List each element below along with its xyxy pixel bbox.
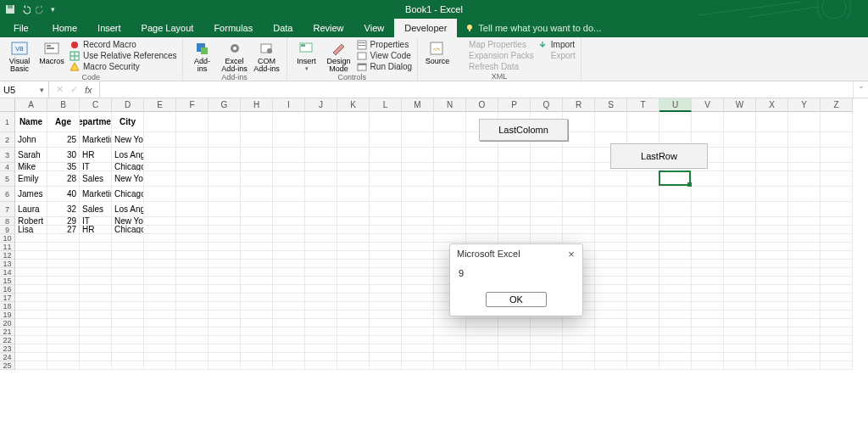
cell[interactable]: [80, 251, 112, 260]
cell[interactable]: [402, 202, 434, 217]
cell[interactable]: [273, 336, 305, 344]
cell[interactable]: [337, 217, 370, 226]
cell[interactable]: [241, 202, 273, 217]
cell[interactable]: [402, 285, 434, 294]
cell[interactable]: [241, 234, 273, 243]
cell[interactable]: [144, 132, 176, 148]
cell[interactable]: [241, 285, 273, 294]
cell[interactable]: [692, 285, 724, 294]
cell[interactable]: [434, 361, 466, 370]
cell[interactable]: [788, 311, 821, 319]
cell[interactable]: [337, 243, 370, 251]
cell[interactable]: [47, 234, 80, 243]
cell[interactable]: [241, 294, 273, 302]
column-header-C[interactable]: C: [80, 98, 112, 112]
cell[interactable]: [80, 344, 112, 353]
cell[interactable]: [305, 260, 337, 268]
cell[interactable]: [402, 327, 434, 336]
cell[interactable]: [627, 344, 659, 353]
cell[interactable]: [241, 226, 273, 234]
table-header[interactable]: Name: [15, 112, 47, 132]
cell[interactable]: [305, 112, 337, 132]
cell[interactable]: [821, 251, 853, 260]
cell[interactable]: [15, 344, 47, 353]
cell[interactable]: [466, 353, 498, 361]
cell[interactable]: [531, 163, 563, 171]
row-header-17[interactable]: 17: [0, 294, 15, 302]
cell[interactable]: [47, 277, 80, 285]
cell[interactable]: [659, 336, 692, 344]
cell[interactable]: [531, 226, 563, 234]
cell[interactable]: [627, 319, 659, 327]
cell[interactable]: [209, 217, 241, 226]
cell[interactable]: [144, 243, 176, 251]
cell[interactable]: [756, 260, 788, 268]
cell[interactable]: [402, 112, 434, 132]
tab-page-layout[interactable]: Page Layout: [131, 19, 204, 37]
cell[interactable]: [531, 217, 563, 226]
cell[interactable]: [273, 353, 305, 361]
column-header-L[interactable]: L: [370, 98, 402, 112]
cell[interactable]: 30: [47, 148, 80, 163]
cell[interactable]: [595, 171, 627, 187]
cell[interactable]: [756, 302, 788, 311]
cell[interactable]: [659, 226, 692, 234]
cell[interactable]: [176, 112, 209, 132]
cell[interactable]: [821, 260, 853, 268]
cell[interactable]: [112, 361, 144, 370]
fx-icon[interactable]: fx: [85, 85, 92, 95]
cell[interactable]: [144, 217, 176, 226]
expand-formula-bar-icon[interactable]: ⌄: [853, 81, 868, 98]
cell[interactable]: [531, 148, 563, 163]
cell[interactable]: New York: [112, 132, 144, 148]
macro-security-button[interactable]: Macro Security: [70, 61, 177, 72]
cell[interactable]: [659, 344, 692, 353]
row-header-23[interactable]: 23: [0, 344, 15, 353]
cell[interactable]: [402, 311, 434, 319]
cell[interactable]: [402, 132, 434, 148]
cell[interactable]: [273, 217, 305, 226]
cell[interactable]: [305, 277, 337, 285]
cell[interactable]: [498, 202, 531, 217]
row-header-19[interactable]: 19: [0, 311, 15, 319]
cell[interactable]: [402, 148, 434, 163]
cell[interactable]: [144, 353, 176, 361]
cell[interactable]: [370, 260, 402, 268]
cell[interactable]: [756, 336, 788, 344]
cell[interactable]: [563, 202, 595, 217]
cell[interactable]: [47, 311, 80, 319]
cell[interactable]: [370, 302, 402, 311]
cell[interactable]: [756, 277, 788, 285]
cell[interactable]: [659, 234, 692, 243]
cell[interactable]: John: [15, 132, 47, 148]
cell[interactable]: [337, 319, 370, 327]
cell[interactable]: [724, 148, 756, 163]
cell[interactable]: [724, 171, 756, 187]
cell[interactable]: [112, 234, 144, 243]
cell[interactable]: [337, 234, 370, 243]
cell[interactable]: [15, 251, 47, 260]
cell[interactable]: [692, 251, 724, 260]
cell[interactable]: [209, 260, 241, 268]
cell[interactable]: [370, 163, 402, 171]
cell[interactable]: [112, 268, 144, 277]
cell[interactable]: [434, 132, 466, 148]
cell[interactable]: [337, 353, 370, 361]
cell[interactable]: [595, 319, 627, 327]
cell[interactable]: [176, 260, 209, 268]
cell[interactable]: [370, 336, 402, 344]
cell[interactable]: [724, 217, 756, 226]
cell[interactable]: [692, 327, 724, 336]
insert-control-button[interactable]: Insert▾: [292, 39, 321, 73]
cell[interactable]: [370, 187, 402, 202]
cell[interactable]: [821, 234, 853, 243]
cell[interactable]: [724, 112, 756, 132]
cell[interactable]: [788, 268, 821, 277]
cell[interactable]: [563, 234, 595, 243]
cell[interactable]: [80, 302, 112, 311]
cell[interactable]: [563, 187, 595, 202]
cell[interactable]: [402, 226, 434, 234]
cell[interactable]: [724, 311, 756, 319]
cell[interactable]: [15, 353, 47, 361]
cell[interactable]: [337, 336, 370, 344]
